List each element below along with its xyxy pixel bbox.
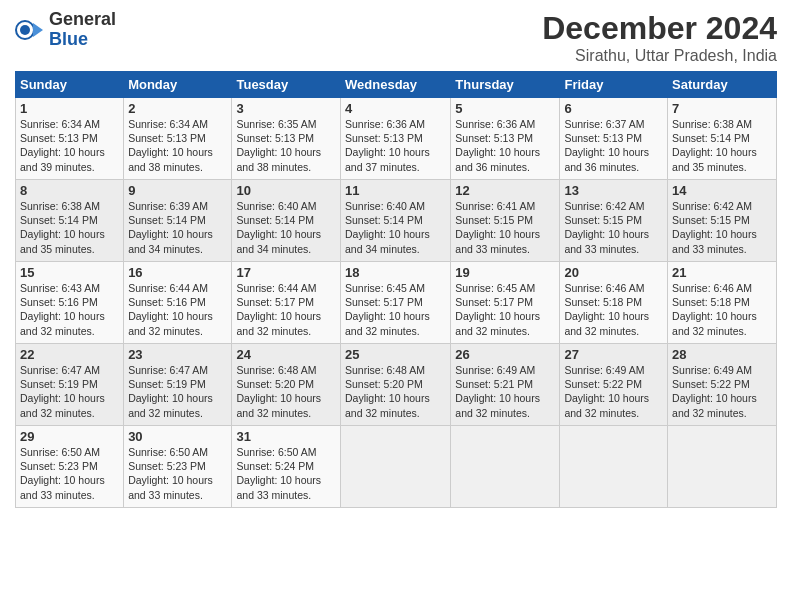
day-number: 27 xyxy=(564,347,663,362)
day-number: 8 xyxy=(20,183,119,198)
table-row: 19Sunrise: 6:45 AM Sunset: 5:17 PM Dayli… xyxy=(451,262,560,344)
day-info: Sunrise: 6:48 AM Sunset: 5:20 PM Dayligh… xyxy=(345,363,446,420)
day-info: Sunrise: 6:34 AM Sunset: 5:13 PM Dayligh… xyxy=(20,117,119,174)
day-number: 5 xyxy=(455,101,555,116)
day-number: 12 xyxy=(455,183,555,198)
table-row: 26Sunrise: 6:49 AM Sunset: 5:21 PM Dayli… xyxy=(451,344,560,426)
day-info: Sunrise: 6:47 AM Sunset: 5:19 PM Dayligh… xyxy=(20,363,119,420)
day-number: 31 xyxy=(236,429,336,444)
day-info: Sunrise: 6:34 AM Sunset: 5:13 PM Dayligh… xyxy=(128,117,227,174)
calendar-table: Sunday Monday Tuesday Wednesday Thursday… xyxy=(15,71,777,508)
table-row: 22Sunrise: 6:47 AM Sunset: 5:19 PM Dayli… xyxy=(16,344,124,426)
table-row: 3Sunrise: 6:35 AM Sunset: 5:13 PM Daylig… xyxy=(232,98,341,180)
day-info: Sunrise: 6:44 AM Sunset: 5:16 PM Dayligh… xyxy=(128,281,227,338)
main-title: December 2024 xyxy=(542,10,777,47)
day-info: Sunrise: 6:41 AM Sunset: 5:15 PM Dayligh… xyxy=(455,199,555,256)
day-number: 16 xyxy=(128,265,227,280)
table-row: 23Sunrise: 6:47 AM Sunset: 5:19 PM Dayli… xyxy=(124,344,232,426)
day-info: Sunrise: 6:36 AM Sunset: 5:13 PM Dayligh… xyxy=(455,117,555,174)
table-row: 4Sunrise: 6:36 AM Sunset: 5:13 PM Daylig… xyxy=(341,98,451,180)
table-row: 17Sunrise: 6:44 AM Sunset: 5:17 PM Dayli… xyxy=(232,262,341,344)
table-row: 2Sunrise: 6:34 AM Sunset: 5:13 PM Daylig… xyxy=(124,98,232,180)
subtitle: Sirathu, Uttar Pradesh, India xyxy=(542,47,777,65)
day-info: Sunrise: 6:35 AM Sunset: 5:13 PM Dayligh… xyxy=(236,117,336,174)
day-number: 4 xyxy=(345,101,446,116)
day-number: 17 xyxy=(236,265,336,280)
table-row: 28Sunrise: 6:49 AM Sunset: 5:22 PM Dayli… xyxy=(668,344,777,426)
day-info: Sunrise: 6:40 AM Sunset: 5:14 PM Dayligh… xyxy=(345,199,446,256)
logo-general-text: General xyxy=(49,10,116,30)
table-row: 8Sunrise: 6:38 AM Sunset: 5:14 PM Daylig… xyxy=(16,180,124,262)
day-number: 2 xyxy=(128,101,227,116)
col-friday: Friday xyxy=(560,72,668,98)
table-row: 12Sunrise: 6:41 AM Sunset: 5:15 PM Dayli… xyxy=(451,180,560,262)
day-number: 28 xyxy=(672,347,772,362)
day-info: Sunrise: 6:50 AM Sunset: 5:23 PM Dayligh… xyxy=(128,445,227,502)
table-row: 29Sunrise: 6:50 AM Sunset: 5:23 PM Dayli… xyxy=(16,426,124,508)
table-row xyxy=(668,426,777,508)
table-row: 27Sunrise: 6:49 AM Sunset: 5:22 PM Dayli… xyxy=(560,344,668,426)
col-tuesday: Tuesday xyxy=(232,72,341,98)
table-row xyxy=(451,426,560,508)
logo-icon xyxy=(15,15,45,45)
table-row: 13Sunrise: 6:42 AM Sunset: 5:15 PM Dayli… xyxy=(560,180,668,262)
logo: General Blue xyxy=(15,10,116,50)
table-row: 24Sunrise: 6:48 AM Sunset: 5:20 PM Dayli… xyxy=(232,344,341,426)
day-info: Sunrise: 6:42 AM Sunset: 5:15 PM Dayligh… xyxy=(672,199,772,256)
table-row: 6Sunrise: 6:37 AM Sunset: 5:13 PM Daylig… xyxy=(560,98,668,180)
day-number: 14 xyxy=(672,183,772,198)
day-number: 23 xyxy=(128,347,227,362)
day-number: 3 xyxy=(236,101,336,116)
day-number: 20 xyxy=(564,265,663,280)
day-number: 19 xyxy=(455,265,555,280)
col-saturday: Saturday xyxy=(668,72,777,98)
table-row: 10Sunrise: 6:40 AM Sunset: 5:14 PM Dayli… xyxy=(232,180,341,262)
col-thursday: Thursday xyxy=(451,72,560,98)
table-row: 18Sunrise: 6:45 AM Sunset: 5:17 PM Dayli… xyxy=(341,262,451,344)
col-monday: Monday xyxy=(124,72,232,98)
table-row: 5Sunrise: 6:36 AM Sunset: 5:13 PM Daylig… xyxy=(451,98,560,180)
calendar-row: 8Sunrise: 6:38 AM Sunset: 5:14 PM Daylig… xyxy=(16,180,777,262)
table-row: 20Sunrise: 6:46 AM Sunset: 5:18 PM Dayli… xyxy=(560,262,668,344)
day-number: 24 xyxy=(236,347,336,362)
day-info: Sunrise: 6:50 AM Sunset: 5:23 PM Dayligh… xyxy=(20,445,119,502)
day-number: 10 xyxy=(236,183,336,198)
day-number: 22 xyxy=(20,347,119,362)
table-row: 16Sunrise: 6:44 AM Sunset: 5:16 PM Dayli… xyxy=(124,262,232,344)
day-number: 13 xyxy=(564,183,663,198)
day-info: Sunrise: 6:49 AM Sunset: 5:21 PM Dayligh… xyxy=(455,363,555,420)
day-info: Sunrise: 6:46 AM Sunset: 5:18 PM Dayligh… xyxy=(672,281,772,338)
day-info: Sunrise: 6:36 AM Sunset: 5:13 PM Dayligh… xyxy=(345,117,446,174)
day-info: Sunrise: 6:43 AM Sunset: 5:16 PM Dayligh… xyxy=(20,281,119,338)
day-number: 29 xyxy=(20,429,119,444)
day-info: Sunrise: 6:49 AM Sunset: 5:22 PM Dayligh… xyxy=(564,363,663,420)
day-number: 21 xyxy=(672,265,772,280)
day-info: Sunrise: 6:38 AM Sunset: 5:14 PM Dayligh… xyxy=(672,117,772,174)
day-number: 26 xyxy=(455,347,555,362)
day-info: Sunrise: 6:49 AM Sunset: 5:22 PM Dayligh… xyxy=(672,363,772,420)
col-wednesday: Wednesday xyxy=(341,72,451,98)
day-info: Sunrise: 6:39 AM Sunset: 5:14 PM Dayligh… xyxy=(128,199,227,256)
day-info: Sunrise: 6:37 AM Sunset: 5:13 PM Dayligh… xyxy=(564,117,663,174)
day-number: 11 xyxy=(345,183,446,198)
day-info: Sunrise: 6:40 AM Sunset: 5:14 PM Dayligh… xyxy=(236,199,336,256)
day-number: 18 xyxy=(345,265,446,280)
table-row: 14Sunrise: 6:42 AM Sunset: 5:15 PM Dayli… xyxy=(668,180,777,262)
day-number: 25 xyxy=(345,347,446,362)
page-header: General Blue December 2024 Sirathu, Utta… xyxy=(15,10,777,65)
table-row: 11Sunrise: 6:40 AM Sunset: 5:14 PM Dayli… xyxy=(341,180,451,262)
calendar-row: 15Sunrise: 6:43 AM Sunset: 5:16 PM Dayli… xyxy=(16,262,777,344)
table-row: 15Sunrise: 6:43 AM Sunset: 5:16 PM Dayli… xyxy=(16,262,124,344)
day-number: 30 xyxy=(128,429,227,444)
table-row: 25Sunrise: 6:48 AM Sunset: 5:20 PM Dayli… xyxy=(341,344,451,426)
table-row: 30Sunrise: 6:50 AM Sunset: 5:23 PM Dayli… xyxy=(124,426,232,508)
day-info: Sunrise: 6:45 AM Sunset: 5:17 PM Dayligh… xyxy=(455,281,555,338)
calendar-row: 29Sunrise: 6:50 AM Sunset: 5:23 PM Dayli… xyxy=(16,426,777,508)
table-row xyxy=(560,426,668,508)
calendar-row: 1Sunrise: 6:34 AM Sunset: 5:13 PM Daylig… xyxy=(16,98,777,180)
svg-marker-2 xyxy=(33,23,43,37)
day-info: Sunrise: 6:48 AM Sunset: 5:20 PM Dayligh… xyxy=(236,363,336,420)
day-number: 9 xyxy=(128,183,227,198)
svg-point-1 xyxy=(20,25,30,35)
day-number: 15 xyxy=(20,265,119,280)
